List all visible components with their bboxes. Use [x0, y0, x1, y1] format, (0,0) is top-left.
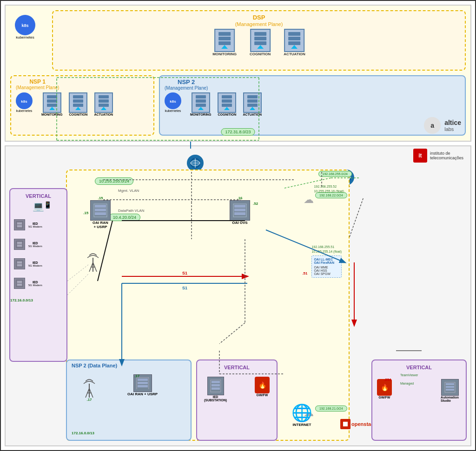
- svg-rect-17: [73, 99, 83, 103]
- ied-4: IED 5G Modem: [14, 278, 42, 289]
- svg-rect-48: [95, 212, 106, 215]
- oai-ovs: .16 OAI OVS: [230, 196, 250, 225]
- svg-rect-26: [196, 104, 206, 107]
- main-router: [187, 155, 204, 171]
- svg-rect-58: [17, 222, 22, 224]
- k8s-dsp: k8s kubernetes: [15, 15, 35, 39]
- svg-rect-16: [73, 95, 83, 98]
- k8s-nsp1: k8s kubernetes: [16, 92, 33, 112]
- laptop-icon: 💻: [33, 201, 44, 212]
- nsp1-mgmt-box: NSP 1 (Management Plane) k8s kubernetes …: [10, 75, 154, 136]
- k8s-nsp2: k8s kubernetes: [165, 92, 181, 112]
- svg-rect-88: [446, 389, 454, 391]
- svg-rect-32: [247, 104, 258, 107]
- teamviewer-label: TeamViewer Managed: [400, 370, 418, 386]
- svg-rect-9: [289, 37, 301, 40]
- altice-logo: a altice labs: [424, 117, 461, 134]
- server-right-bottom: AutomationStudio: [441, 379, 459, 402]
- top-section: k8s kubernetes DSP (Management Plane) MO…: [5, 5, 471, 142]
- server-nsp2: OAI RAN + USRP: [127, 374, 158, 396]
- ied-3: IED 5G Modem: [14, 258, 42, 269]
- main-container: k8s kubernetes DSP (Management Plane) MO…: [0, 0, 476, 451]
- svg-rect-64: [17, 261, 22, 263]
- nat-top-net: 192.168.255.0/24: [318, 169, 352, 177]
- nsp1-components: MONITORING COGNITION ACTUATION: [39, 92, 115, 116]
- svg-rect-86: [446, 383, 454, 385]
- svg-rect-8: [289, 32, 301, 36]
- ovs-ip: .52: [253, 198, 258, 207]
- svg-rect-65: [17, 264, 22, 266]
- svg-rect-10: [289, 41, 301, 45]
- gwfw-center: 🔥 GW/FW: [255, 377, 270, 397]
- tower-nsp1: [85, 248, 101, 272]
- dsp-cognition: COGNITION: [250, 29, 271, 56]
- tower-nsp2: .17: [81, 374, 98, 402]
- network-172-label: 172.31.8.0/23: [221, 127, 255, 135]
- dsp-actuation: ACTUATION: [284, 29, 305, 56]
- k8s-label: kubernetes: [16, 35, 34, 39]
- svg-rect-62: [17, 245, 22, 247]
- svg-text:k8s: k8s: [170, 99, 176, 104]
- dsp-title: DSP: [253, 14, 265, 21]
- svg-rect-87: [446, 386, 454, 388]
- svg-rect-14: [47, 99, 57, 103]
- svg-rect-46: [95, 205, 106, 208]
- svg-rect-4: [218, 41, 231, 45]
- svg-rect-67: [17, 281, 22, 283]
- svg-rect-51: [234, 209, 245, 211]
- svg-rect-79: [138, 382, 148, 384]
- svg-rect-5: [254, 32, 266, 36]
- svg-rect-30: [247, 95, 258, 98]
- svg-text:k8s: k8s: [21, 23, 28, 28]
- svg-rect-52: [234, 212, 245, 215]
- svg-rect-13: [47, 95, 57, 98]
- dsp-box: DSP (Management Plane) MONITORING COGNIT: [52, 10, 466, 71]
- vertical-center-bottom-box: VERTICAL IED(SUBSTATION) 🔥 GW/FW: [196, 359, 278, 441]
- network-172-left: 172.16.0.0/13: [10, 295, 33, 303]
- it-logo: it instituto de telecomunicações: [413, 149, 463, 163]
- k8s-nsp1-icon: k8s: [16, 92, 33, 109]
- k8s-nsp2-icon: k8s: [165, 92, 181, 109]
- dsp-subtitle: (Management Plane): [235, 21, 283, 27]
- svg-rect-31: [247, 99, 258, 103]
- vertical-center-title: VERTICAL: [224, 363, 250, 371]
- svg-rect-80: [138, 385, 148, 387]
- svg-text:k8s: k8s: [21, 99, 27, 104]
- nsp2-data-title: NSP 2 (Data Plane): [72, 363, 117, 368]
- svg-rect-83: [212, 384, 220, 386]
- nsp2-mgmt-box: NSP 2 (Management Plane) k8s kubernetes …: [159, 75, 466, 136]
- svg-rect-50: [234, 205, 245, 208]
- svg-rect-84: [212, 387, 220, 390]
- svg-rect-20: [99, 99, 109, 103]
- nsp2-components: MONITORING COGNITION ACTUATION: [188, 92, 264, 116]
- mgmt-vlan-text: Mgmt. VLAN: [118, 185, 139, 194]
- svg-rect-82: [212, 381, 220, 383]
- svg-rect-28: [222, 99, 232, 103]
- ran-ip-data: .15: [83, 208, 88, 216]
- right-server: 192.168.255.51 10.255.255.14 (float) OAI…: [311, 245, 342, 278]
- cognition-label: COGNITION: [250, 52, 271, 56]
- network-172-nsp2: 172.16.0.0/13: [72, 428, 94, 436]
- svg-line-104: [350, 197, 364, 237]
- vertical-right-bottom-box: VERTICAL TeamViewer Managed 🔥 GW/FW .254: [371, 359, 467, 441]
- svg-rect-21: [99, 104, 109, 107]
- cloud-right: ☁ 192.168.22.0/24: [304, 194, 314, 206]
- mgmt-vlan-label: 10.255.255.0/24: [95, 176, 133, 184]
- kubernetes-icon: k8s: [15, 15, 35, 35]
- svg-rect-27: [222, 95, 232, 98]
- actuation-label: ACTUATION: [284, 52, 305, 56]
- ied-devices: IED 5G Modem IED 5G Modem: [14, 219, 42, 289]
- nsp1-mgmt-title: NSP 1 (Management Plane): [16, 78, 59, 90]
- svg-rect-6: [254, 37, 266, 40]
- nsp2-mgmt-title: NSP 2 (Management Plane): [165, 78, 208, 91]
- ied-substation: IED(SUBSTATION): [204, 377, 227, 402]
- svg-rect-7: [254, 41, 266, 45]
- router-icon: [187, 155, 204, 171]
- svg-rect-15: [47, 104, 57, 107]
- svg-rect-68: [17, 284, 22, 286]
- ip-254: .254: [384, 374, 391, 383]
- svg-rect-29: [222, 104, 232, 107]
- phone-icon: 📱: [44, 201, 52, 209]
- svg-rect-2: [218, 32, 231, 36]
- ied-1: IED 5G Modem: [14, 219, 42, 230]
